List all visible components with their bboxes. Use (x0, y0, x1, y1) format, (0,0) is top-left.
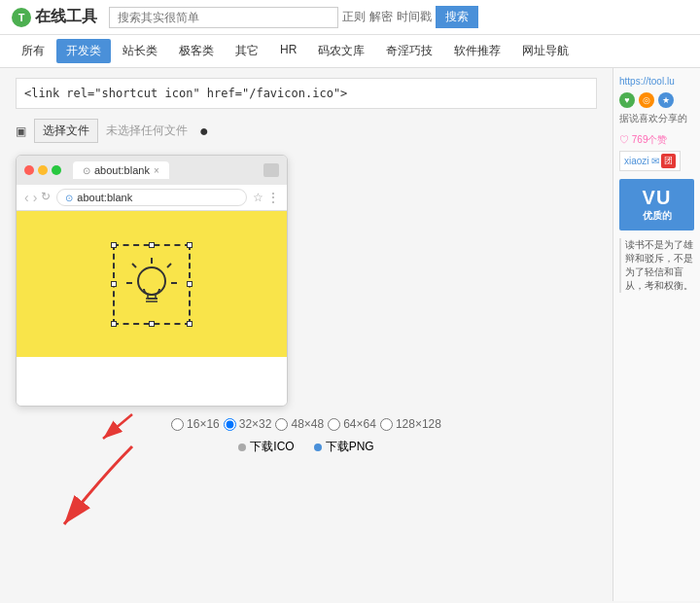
browser-tab-title: about:blank (94, 164, 150, 176)
ico-dot-icon (238, 443, 246, 451)
sidebar-badge: 团 (661, 154, 676, 168)
nav-nav[interactable]: 网址导航 (512, 39, 578, 63)
search-button[interactable]: 搜索 (436, 6, 478, 28)
svg-line-1 (167, 264, 171, 267)
download-section: 下载ICO 下载PNG (16, 439, 597, 455)
nav-other[interactable]: 其它 (226, 39, 268, 63)
svg-line-3 (132, 264, 136, 267)
browser-action-buttons: ☆ ⋮ (253, 191, 279, 204)
search-input[interactable] (109, 7, 338, 28)
download-png-label: 下载PNG (326, 439, 374, 455)
sidebar-url[interactable]: https://tool.lu (619, 76, 694, 87)
size-radio-64[interactable] (328, 418, 340, 431)
browser-nav-buttons: ‹ › ↻ (24, 190, 51, 205)
sidebar-likes: ♡ 769个赞 (619, 133, 694, 147)
search-link-zhengze[interactable]: 正则 (342, 9, 366, 25)
browser-nav-bar: ‹ › ↻ ⊙ about:blank ☆ ⋮ (17, 185, 287, 211)
size-48[interactable]: 48×48 (275, 417, 324, 431)
sidebar-username: xiaozi (624, 156, 649, 166)
browser-mockup: ⊙ about:blank × ‹ › ↻ ⊙ (16, 155, 288, 407)
dot-indicator: ● (199, 123, 209, 140)
download-ico-btn[interactable]: 下载ICO (238, 439, 294, 455)
sidebar-desc: 据说喜欢分享的 (619, 112, 694, 125)
sidebar-blue-box: VU 优质的 (619, 179, 694, 231)
browser-dots (24, 165, 61, 175)
file-chooser-row: ▣ 选择文件 未选择任何文件 ● (16, 119, 597, 143)
handle-mr (187, 281, 192, 287)
tab-close-icon[interactable]: × (154, 165, 159, 176)
lightbulb-icon (122, 254, 181, 312)
search-link-time[interactable]: 时间戳 (397, 9, 432, 25)
nav-all[interactable]: 所有 (12, 39, 54, 63)
size-16-label: 16×16 (187, 417, 220, 431)
browser-white-area (17, 357, 287, 406)
sidebar-user[interactable]: xiaozi ✉ 团 (619, 151, 681, 171)
refresh-icon[interactable]: ↻ (41, 190, 51, 205)
dot-red (24, 165, 34, 175)
handle-br (187, 321, 192, 327)
tab-favicon: ⊙ (83, 165, 90, 176)
dot-yellow (38, 165, 48, 175)
size-16[interactable]: 16×16 (171, 417, 220, 431)
size-128[interactable]: 128×128 (380, 417, 441, 431)
nav-bar: 所有 开发类 站长类 极客类 其它 HR 码农文库 奇淫巧技 软件推荐 网址导航 (0, 35, 700, 68)
size-radio-16[interactable] (171, 418, 184, 431)
logo: T 在线工具 (12, 7, 97, 27)
download-ico-label: 下载ICO (250, 439, 294, 455)
new-tab-button[interactable] (263, 163, 279, 177)
handle-tm (149, 242, 155, 248)
sidebar-quote: 读书不是为了雄辩和驳斥，不是为了轻信和盲从，考和权衡。 (619, 238, 694, 293)
nav-geek[interactable]: 极客类 (169, 39, 224, 63)
size-radio-128[interactable] (380, 418, 393, 431)
size-64[interactable]: 64×64 (328, 417, 376, 431)
lock-icon: ⊙ (65, 193, 73, 203)
sidebar-icons: ♥ ◎ ★ (619, 92, 694, 108)
choose-file-button[interactable]: 选择文件 (34, 119, 98, 143)
header: T 在线工具 正则 解密 时间戳 搜索 (0, 0, 700, 35)
browser-url-text: about:blank (77, 192, 132, 203)
search-bar: 正则 解密 时间戳 搜索 (109, 6, 478, 28)
back-icon[interactable]: ‹ (24, 190, 29, 205)
handle-tr (187, 242, 192, 248)
size-64-label: 64×64 (343, 417, 376, 431)
dot-green (52, 165, 61, 175)
nav-library[interactable]: 码农文库 (308, 39, 374, 63)
logo-icon: T (12, 8, 31, 27)
browser-page-content (17, 211, 287, 357)
sidebar-logo-text: VU (643, 187, 672, 208)
sidebar-mail-icon: ✉ (651, 156, 659, 166)
sidebar-icon-orange: ◎ (639, 92, 654, 108)
code-input[interactable]: <link rel="shortcut icon" href="/favicon… (16, 78, 597, 109)
sidebar-icon-blue: ★ (658, 92, 674, 108)
browser-titlebar: ⊙ about:blank × (17, 156, 287, 185)
size-radio-32[interactable] (224, 418, 236, 431)
search-link-jie[interactable]: 解密 (369, 9, 393, 25)
png-dot-icon (314, 443, 322, 451)
bookmark-icon[interactable]: ☆ (253, 191, 263, 204)
download-png-btn[interactable]: 下载PNG (314, 439, 374, 455)
browser-section: ⊙ about:blank × ‹ › ↻ ⊙ (16, 155, 288, 407)
nav-webmaster[interactable]: 站长类 (113, 39, 167, 63)
size-48-label: 48×48 (291, 417, 324, 431)
handle-bm (149, 321, 155, 327)
main-area: <link rel="shortcut icon" href="/favicon… (0, 68, 700, 601)
size-radio-48[interactable] (275, 418, 288, 431)
sidebar: https://tool.lu ♥ ◎ ★ 据说喜欢分享的 ♡ 769个赞 xi… (612, 68, 700, 601)
content-area: <link rel="shortcut icon" href="/favicon… (0, 68, 612, 601)
sidebar-icon-green: ♥ (619, 92, 635, 108)
no-file-label: 未选择任何文件 (106, 123, 188, 139)
handle-bl (111, 321, 117, 327)
nav-dev[interactable]: 开发类 (56, 39, 111, 63)
nav-tricks[interactable]: 奇淫巧技 (376, 39, 442, 63)
size-options: 16×16 32×32 48×48 64×64 128×128 (16, 417, 597, 431)
size-32[interactable]: 32×32 (224, 417, 272, 431)
handle-tl (111, 242, 117, 248)
menu-icon[interactable]: ⋮ (267, 191, 279, 204)
size-32-label: 32×32 (239, 417, 272, 431)
nav-hr[interactable]: HR (270, 39, 306, 63)
nav-software[interactable]: 软件推荐 (444, 39, 510, 63)
browser-url-bar[interactable]: ⊙ about:blank (56, 189, 247, 206)
browser-tab: ⊙ about:blank × (73, 161, 169, 179)
forward-icon[interactable]: › (33, 190, 38, 205)
sidebar-subtitle: 优质的 (623, 209, 690, 223)
